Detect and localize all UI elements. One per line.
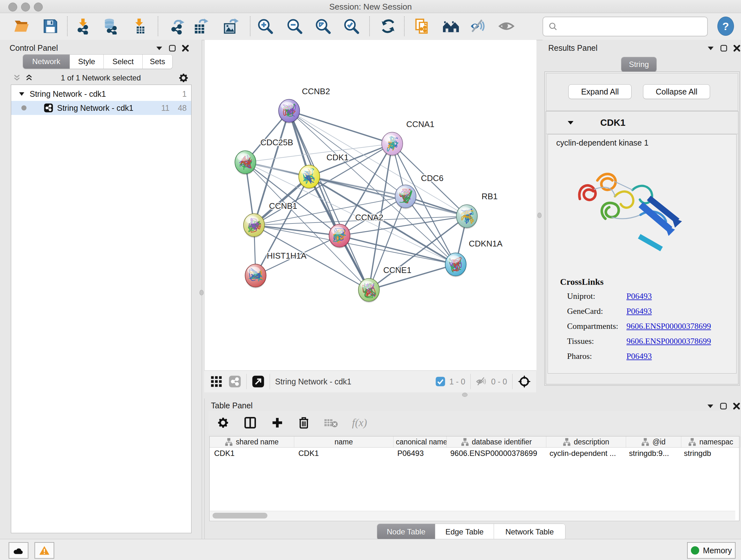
cell-namespace[interactable]: stringdb (679, 449, 738, 458)
zoom-out-button[interactable] (285, 16, 305, 36)
crosslink-value[interactable]: 9606.ENSP00000378699 (626, 321, 711, 336)
close-panel-icon[interactable] (182, 45, 189, 52)
tab-edge-table[interactable]: Edge Table (435, 524, 494, 540)
column-header-description[interactable]: description (546, 436, 626, 447)
network-view-mode-icon[interactable] (228, 375, 241, 388)
collapse-all-button[interactable]: Collapse All (643, 84, 710, 99)
network-collection-row[interactable]: String Network - cdk1 1 (11, 87, 191, 101)
network-node[interactable] (244, 213, 265, 238)
network-node[interactable] (329, 224, 350, 248)
warnings-button[interactable] (35, 542, 54, 559)
selected-checkbox-icon[interactable] (435, 376, 446, 387)
import-network-from-database-button[interactable] (101, 16, 121, 36)
column-header-name[interactable]: name (294, 436, 394, 447)
network-edge[interactable] (369, 264, 456, 290)
cell-at-id[interactable]: stringdb:9... (624, 449, 679, 458)
network-node[interactable] (245, 264, 266, 288)
cell-database-identifier[interactable]: 9606.ENSP00000378699 (446, 449, 545, 458)
network-edge[interactable] (289, 111, 369, 290)
network-row-selected[interactable]: String Network - cdk1 11 48 (11, 101, 191, 115)
scrollbar-thumb[interactable] (212, 513, 267, 518)
network-options-gear-icon[interactable] (178, 72, 189, 83)
column-header-canonical-name[interactable]: canonical name (394, 436, 447, 447)
first-neighbors-button[interactable] (441, 16, 461, 36)
import-network-button[interactable] (73, 16, 93, 36)
float-panel-icon[interactable] (169, 44, 176, 52)
network-node[interactable] (358, 278, 380, 303)
right-splitter-handle[interactable] (537, 212, 542, 218)
grid-view-icon[interactable] (210, 375, 223, 388)
crosslink-value[interactable]: P06493 (626, 352, 652, 367)
tab-select[interactable]: Select (104, 55, 143, 69)
column-header-shared-name[interactable]: shared name (210, 436, 294, 447)
cell-name[interactable]: CDK1 (294, 449, 393, 458)
table-horizontal-scrollbar[interactable] (210, 511, 735, 520)
export-image-button[interactable] (221, 16, 241, 36)
cell-description[interactable]: cyclin-dependent ... (545, 449, 624, 458)
import-table-button[interactable] (129, 16, 149, 36)
panel-menu-triangle-icon[interactable] (156, 46, 163, 51)
table-settings-gear-icon[interactable] (217, 416, 229, 429)
crosslink-value[interactable]: P06493 (626, 307, 652, 321)
hide-selected-button[interactable] (468, 16, 488, 36)
network-node[interactable] (235, 151, 256, 175)
close-panel-icon[interactable] (733, 402, 740, 410)
refresh-button[interactable] (378, 16, 398, 36)
crosslink-value[interactable]: P06493 (626, 292, 652, 307)
cloud-status-button[interactable] (9, 542, 28, 559)
close-panel-icon[interactable] (733, 45, 740, 52)
show-all-button[interactable] (496, 16, 516, 36)
tab-network-table[interactable]: Network Table (494, 524, 565, 540)
network-edge[interactable] (254, 225, 340, 236)
memory-button[interactable]: Memory (687, 542, 736, 559)
entry-collapse-triangle-icon[interactable] (567, 120, 574, 125)
delete-column-trash-icon[interactable] (298, 416, 310, 429)
search-input[interactable] (561, 22, 704, 31)
zoom-selected-button[interactable] (341, 16, 361, 36)
tab-network[interactable]: Network (23, 55, 70, 69)
export-table-button[interactable] (191, 16, 211, 36)
help-button[interactable]: ? (718, 17, 734, 36)
column-header-database-identifier[interactable]: database identifier (447, 436, 546, 447)
tree-expand-triangle-icon[interactable] (19, 91, 24, 96)
network-node[interactable] (456, 205, 477, 229)
save-session-button[interactable] (41, 16, 60, 36)
float-panel-icon[interactable] (720, 402, 727, 410)
panel-menu-triangle-icon[interactable] (707, 46, 714, 51)
network-edge[interactable] (246, 162, 406, 196)
network-node[interactable] (299, 165, 320, 189)
expand-all-button[interactable]: Expand All (568, 84, 631, 99)
network-node[interactable] (395, 185, 416, 209)
crosslink-value[interactable]: 9606.ENSP00000378699 (626, 336, 711, 352)
table-row[interactable]: CDK1CDK1P064939606.ENSP00000378699cyclin… (210, 448, 739, 459)
tab-string[interactable]: String (621, 57, 657, 72)
tab-sets[interactable]: Sets (143, 55, 172, 69)
cell-shared-name[interactable]: CDK1 (210, 449, 294, 458)
column-header-namespac[interactable]: namespac (681, 436, 741, 447)
detach-view-icon[interactable] (252, 375, 265, 388)
search-box[interactable] (542, 17, 708, 37)
cell-canonical-name[interactable]: P06493 (393, 449, 446, 458)
zoom-fit-button[interactable] (313, 16, 333, 36)
show-columns-icon[interactable] (244, 416, 257, 429)
tab-style[interactable]: Style (70, 55, 104, 69)
float-panel-icon[interactable] (720, 44, 728, 52)
network-canvas[interactable]: CCNB2CCNA1CDC25BCDK1CDC6RB1CCNB1CCNA2CDK… (204, 40, 536, 370)
open-session-button[interactable] (12, 16, 31, 36)
network-node[interactable] (382, 132, 403, 157)
network-edge[interactable] (289, 111, 392, 144)
add-column-plus-icon[interactable] (271, 416, 284, 429)
panel-menu-triangle-icon[interactable] (707, 403, 714, 409)
tab-node-table[interactable]: Node Table (377, 524, 435, 540)
zoom-in-button[interactable] (255, 16, 275, 36)
network-edge[interactable] (289, 111, 467, 216)
horizontal-splitter-handle[interactable] (462, 393, 468, 397)
fit-content-crosshair-icon[interactable] (518, 375, 531, 388)
network-node[interactable] (445, 253, 466, 277)
entry-header[interactable]: CDK1 (546, 111, 738, 134)
column-header--id[interactable]: @id (626, 436, 681, 447)
network-node[interactable] (279, 99, 300, 124)
clone-network-button[interactable] (412, 16, 432, 36)
export-network-button[interactable] (167, 16, 187, 36)
left-splitter-handle[interactable] (199, 290, 204, 295)
